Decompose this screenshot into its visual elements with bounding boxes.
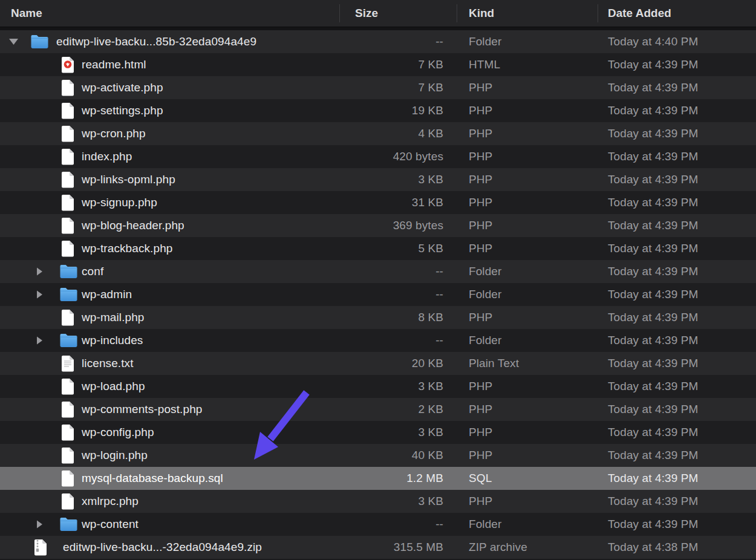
file-name: editwp-live-backu...-32eda094a4e9.zip (63, 541, 262, 554)
column-header-kind[interactable]: Kind (469, 7, 494, 20)
file-kind: PHP (469, 380, 492, 393)
file-name: wp-settings.php (82, 104, 163, 117)
document-icon (61, 493, 74, 510)
file-name: mysql-database-backup.sql (82, 472, 223, 485)
file-size: 3 KB (339, 426, 443, 439)
file-row[interactable]: wp-signup.php31 KBPHPToday at 4:39 PM (0, 191, 756, 214)
file-row[interactable]: mysql-database-backup.sql1.2 MBSQLToday … (0, 467, 756, 490)
file-name: wp-cron.php (82, 127, 146, 140)
file-date-added: Today at 4:39 PM (608, 196, 698, 209)
file-size: 4 KB (339, 127, 443, 140)
file-size: 2 KB (339, 403, 443, 416)
file-date-added: Today at 4:39 PM (608, 150, 698, 163)
document-icon (61, 79, 74, 96)
document-icon (61, 217, 74, 234)
column-header-date-added[interactable]: Date Added (608, 7, 671, 20)
file-date-added: Today at 4:39 PM (608, 242, 698, 255)
finder-file-list-window: Name Size Kind Date Added editwp-live-ba… (0, 0, 756, 560)
disclosure-triangle-icon[interactable] (36, 290, 43, 299)
file-kind: PHP (469, 219, 492, 232)
file-size: 20 KB (339, 357, 443, 370)
file-date-added: Today at 4:39 PM (608, 288, 698, 301)
file-kind: PHP (469, 426, 492, 439)
file-row[interactable]: wp-activate.php7 KBPHPToday at 4:39 PM (0, 76, 756, 99)
file-date-added: Today at 4:39 PM (608, 311, 698, 324)
document-icon (61, 171, 74, 188)
file-size: 7 KB (339, 58, 443, 71)
file-kind: PHP (469, 196, 492, 209)
file-size: 7 KB (339, 81, 443, 94)
file-row[interactable]: editwp-live-backu...-32eda094a4e9.zip315… (0, 536, 756, 559)
document-icon (61, 148, 74, 165)
file-kind: PHP (469, 495, 492, 508)
file-row[interactable]: xmlrpc.php3 KBPHPToday at 4:39 PM (0, 490, 756, 513)
file-kind: PHP (469, 449, 492, 462)
file-name: wp-activate.php (82, 81, 163, 94)
document-icon (61, 309, 74, 326)
file-date-added: Today at 4:39 PM (608, 104, 698, 117)
column-header-size[interactable]: Size (355, 7, 378, 20)
file-name: wp-includes (82, 334, 143, 347)
file-date-added: Today at 4:39 PM (608, 403, 698, 416)
file-name: wp-comments-post.php (82, 403, 202, 416)
document-icon (61, 401, 74, 418)
column-divider[interactable] (457, 4, 457, 22)
file-row[interactable]: wp-settings.php19 KBPHPToday at 4:39 PM (0, 99, 756, 122)
disclosure-triangle-icon[interactable] (36, 336, 43, 345)
file-size: 3 KB (339, 380, 443, 393)
disclosure-triangle-icon[interactable] (36, 267, 43, 276)
file-date-added: Today at 4:39 PM (608, 173, 698, 186)
file-name: wp-links-opml.php (82, 173, 175, 186)
file-date-added: Today at 4:39 PM (608, 334, 698, 347)
disclosure-triangle-icon[interactable] (36, 520, 43, 529)
column-divider[interactable] (339, 4, 340, 22)
file-name: wp-load.php (82, 380, 145, 393)
column-header-name[interactable]: Name (11, 7, 42, 20)
file-size: 420 bytes (339, 150, 443, 163)
file-date-added: Today at 4:39 PM (608, 518, 698, 531)
file-size: 19 KB (339, 104, 443, 117)
file-size: -- (339, 334, 443, 347)
file-size: 5 KB (339, 242, 443, 255)
file-row[interactable]: wp-comments-post.php2 KBPHPToday at 4:39… (0, 398, 756, 421)
document-icon (61, 424, 74, 441)
file-row[interactable]: license.txt20 KBPlain TextToday at 4:39 … (0, 352, 756, 375)
file-kind: Folder (469, 35, 501, 48)
folder-row[interactable]: conf--FolderToday at 4:39 PM (0, 260, 756, 283)
file-row[interactable]: wp-blog-header.php369 bytesPHPToday at 4… (0, 214, 756, 237)
folder-icon (59, 517, 78, 532)
text-document-icon (61, 355, 74, 372)
file-row[interactable]: wp-trackback.php5 KBPHPToday at 4:39 PM (0, 237, 756, 260)
disclosure-triangle-icon[interactable] (8, 38, 19, 46)
file-row[interactable]: readme.html7 KBHTMLToday at 4:39 PM (0, 53, 756, 76)
file-date-added: Today at 4:39 PM (608, 449, 698, 462)
document-icon (61, 194, 74, 211)
folder-row[interactable]: wp-content--FolderToday at 4:39 PM (0, 513, 756, 536)
folder-row[interactable]: editwp-live-backu...85b-32eda094a4e9--Fo… (0, 30, 756, 53)
file-name: readme.html (82, 58, 146, 71)
file-kind: PHP (469, 150, 492, 163)
file-row[interactable]: index.php420 bytesPHPToday at 4:39 PM (0, 145, 756, 168)
file-size: -- (339, 288, 443, 301)
file-date-added: Today at 4:39 PM (608, 357, 698, 370)
file-date-added: Today at 4:39 PM (608, 265, 698, 278)
file-name: wp-config.php (82, 426, 154, 439)
file-kind: Folder (469, 334, 501, 347)
file-name: editwp-live-backu...85b-32eda094a4e9 (56, 35, 256, 48)
folder-row[interactable]: wp-admin--FolderToday at 4:39 PM (0, 283, 756, 306)
file-row[interactable]: wp-load.php3 KBPHPToday at 4:39 PM (0, 375, 756, 398)
document-icon (61, 240, 74, 257)
file-row[interactable]: wp-mail.php8 KBPHPToday at 4:39 PM (0, 306, 756, 329)
file-row[interactable]: wp-config.php3 KBPHPToday at 4:39 PM (0, 421, 756, 444)
file-row[interactable]: wp-login.php40 KBPHPToday at 4:39 PM (0, 444, 756, 467)
document-icon (61, 447, 74, 464)
file-row[interactable]: wp-links-opml.php3 KBPHPToday at 4:39 PM (0, 168, 756, 191)
file-size: 40 KB (339, 449, 443, 462)
file-kind: PHP (469, 311, 492, 324)
folder-row[interactable]: wp-includes--FolderToday at 4:39 PM (0, 329, 756, 352)
file-row[interactable]: wp-cron.php4 KBPHPToday at 4:39 PM (0, 122, 756, 145)
file-date-added: Today at 4:39 PM (608, 472, 698, 485)
file-size: 8 KB (339, 311, 443, 324)
file-date-added: Today at 4:39 PM (608, 426, 698, 439)
column-divider[interactable] (598, 4, 598, 22)
